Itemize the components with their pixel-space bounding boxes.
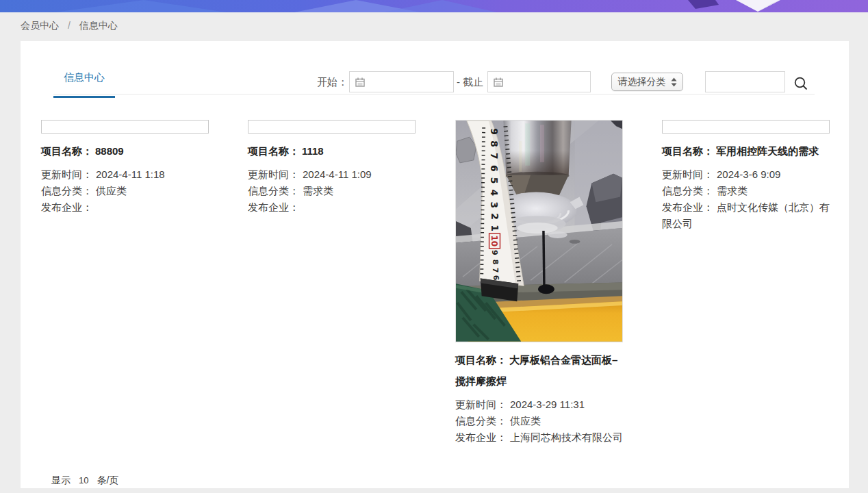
project-updated: 更新时间：2024-4-11 1:18 <box>41 166 209 183</box>
start-date-field[interactable] <box>349 71 454 92</box>
svg-text:3: 3 <box>489 201 500 208</box>
svg-text:5: 5 <box>489 177 500 184</box>
friction-stir-welding-photo[interactable]: 9 8 7 6 5 4 3 2 1 10 9 8 7 6 5 <box>455 120 623 342</box>
start-date-label: 开始： <box>317 76 348 89</box>
category-select-value: 请选择分类 <box>618 76 666 88</box>
breadcrumb: 会员中心 / 信息中心 <box>21 20 118 32</box>
svg-text:10: 10 <box>489 236 499 247</box>
breadcrumb-separator: / <box>68 20 71 31</box>
project-title: 项目名称：88809 <box>41 140 209 162</box>
project-category: 信息分类：供应类 <box>455 413 623 429</box>
updown-arrows-icon <box>671 77 677 87</box>
magnifier-icon <box>793 76 808 91</box>
project-title: 项目名称：军用相控阵天线的需求 <box>662 140 830 162</box>
project-card[interactable]: 项目名称：军用相控阵天线的需求 更新时间：2024-3-6 9:09 信息分类：… <box>662 120 830 232</box>
svg-text:7: 7 <box>491 268 500 273</box>
svg-text:8: 8 <box>489 140 500 147</box>
svg-text:7: 7 <box>489 153 500 160</box>
project-card[interactable]: 9 8 7 6 5 4 3 2 1 10 9 8 7 6 5 <box>455 120 623 446</box>
project-category: 信息分类：供应类 <box>41 183 209 199</box>
search-button[interactable] <box>792 75 810 93</box>
end-date-field[interactable] <box>487 71 591 92</box>
start-date-input[interactable] <box>368 72 452 92</box>
project-company: 发布企业：上海同芯构技术有限公司 <box>455 429 623 446</box>
project-card[interactable]: 项目名称：88809 更新时间：2024-4-11 1:18 信息分类：供应类 … <box>41 120 209 216</box>
project-title: 项目名称：1118 <box>248 140 416 162</box>
project-company: 发布企业： <box>248 199 416 216</box>
tab-divider <box>53 94 815 94</box>
search-input[interactable] <box>705 71 785 92</box>
calendar-icon <box>355 77 365 87</box>
content-panel: 信息中心 开始： - 截止 请选择分类 <box>21 41 849 488</box>
tab-info-center[interactable]: 信息中心 <box>53 71 115 98</box>
per-page-label: 条/页 <box>97 475 118 485</box>
svg-text:8: 8 <box>491 260 500 265</box>
breadcrumb-current-info-center: 信息中心 <box>79 20 118 31</box>
image-placeholder-box <box>248 120 416 134</box>
project-updated: 更新时间：2024-4-11 1:09 <box>248 166 416 183</box>
calendar-icon <box>494 77 503 87</box>
svg-text:9: 9 <box>490 250 499 255</box>
pagination: 显示10条/页 <box>51 475 118 487</box>
end-date-label: - 截止 <box>457 76 483 89</box>
breadcrumb-link-member-center[interactable]: 会员中心 <box>21 20 59 31</box>
project-company: 发布企业： <box>41 199 209 216</box>
project-updated: 更新时间：2024-3-6 9:09 <box>662 166 830 183</box>
svg-text:6: 6 <box>489 165 500 172</box>
image-placeholder-box <box>41 120 209 134</box>
project-title: 项目名称：大厚板铝合金雷达面板–搅拌摩擦焊 <box>455 349 623 392</box>
project-company: 发布企业：点时文化传媒（北京）有限公司 <box>662 199 830 232</box>
banner-graphic <box>0 0 868 12</box>
category-select[interactable]: 请选择分类 <box>611 73 683 91</box>
end-date-input[interactable] <box>506 72 589 92</box>
svg-text:4: 4 <box>489 190 500 197</box>
svg-text:2: 2 <box>489 213 500 220</box>
project-updated: 更新时间：2024-3-29 11:31 <box>455 396 623 413</box>
page-size-select[interactable]: 10 <box>79 475 88 485</box>
project-category: 信息分类：需求类 <box>662 183 830 199</box>
svg-text:6: 6 <box>492 275 500 281</box>
project-card[interactable]: 项目名称：1118 更新时间：2024-4-11 1:09 信息分类：需求类 发… <box>248 120 416 216</box>
svg-text:1: 1 <box>489 225 500 231</box>
display-label: 显示 <box>51 475 71 485</box>
image-placeholder-box <box>662 120 830 134</box>
project-category: 信息分类：需求类 <box>248 183 416 199</box>
svg-text:9: 9 <box>489 128 500 135</box>
